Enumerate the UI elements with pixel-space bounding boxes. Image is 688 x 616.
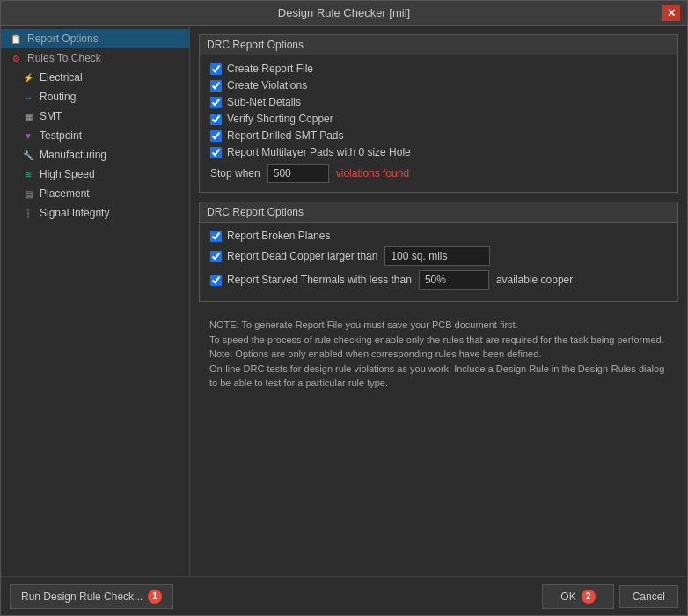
- placement-icon: ▤: [20, 187, 36, 201]
- checkbox-row-report-starved-thermals: Report Starved Thermals with less than a…: [210, 270, 667, 290]
- checkbox-sub-net-details[interactable]: [210, 97, 222, 108]
- checkbox-report-dead-copper[interactable]: [210, 251, 222, 262]
- checkbox-report-drilled-smt[interactable]: [210, 130, 222, 142]
- label-report-multilayer[interactable]: Report Multilayer Pads with 0 size Hole: [227, 146, 411, 158]
- sidebar-label-high-speed: High Speed: [40, 168, 95, 180]
- sidebar-item-report-options[interactable]: 📋 Report Options: [1, 29, 189, 48]
- sidebar-label-routing: Routing: [40, 91, 76, 103]
- label-report-broken-planes[interactable]: Report Broken Planes: [227, 230, 330, 242]
- ok-button[interactable]: OK 2: [542, 584, 613, 609]
- note-text: NOTE: To generate Report File you must s…: [209, 319, 664, 388]
- note-box: NOTE: To generate Report File you must s…: [199, 311, 678, 398]
- available-copper-label: available copper: [496, 274, 573, 286]
- checkbox-report-multilayer[interactable]: [210, 147, 222, 158]
- main-content: 📋 Report Options ⚙ Rules To Check ⚡ Elec…: [1, 26, 687, 576]
- footer-right: OK 2 Cancel: [542, 584, 678, 609]
- checkbox-row-create-report-file: Create Report File: [210, 62, 667, 75]
- label-report-starved-thermals[interactable]: Report Starved Thermals with less than: [227, 274, 412, 286]
- sidebar-item-testpoint[interactable]: ▼ Testpoint: [1, 126, 189, 145]
- electrical-icon: ⚡: [20, 70, 36, 84]
- sidebar-label-rules-to-check: Rules To Check: [27, 52, 101, 64]
- checkbox-create-violations[interactable]: [210, 80, 222, 92]
- dead-copper-input[interactable]: [384, 246, 490, 266]
- sidebar-item-high-speed[interactable]: ≋ High Speed: [1, 165, 189, 184]
- stop-when-label: Stop when: [210, 167, 260, 180]
- sidebar-label-report-options: Report Options: [27, 33, 99, 45]
- checkbox-row-create-violations: Create Violations: [210, 79, 667, 92]
- ok-button-badge: 2: [582, 590, 596, 604]
- sidebar-item-smt[interactable]: ▦ SMT: [1, 106, 189, 126]
- violations-found-label: violations found: [336, 167, 409, 180]
- checkbox-row-report-dead-copper: Report Dead Copper larger than: [210, 246, 667, 266]
- checkbox-create-report-file[interactable]: [210, 63, 222, 75]
- checkbox-report-starved-thermals[interactable]: [210, 275, 222, 286]
- footer: Run Design Rule Check... 1 OK 2 Cancel: [1, 576, 687, 615]
- checkbox-row-report-drilled-smt: Report Drilled SMT Pads: [210, 129, 667, 142]
- rules-to-check-icon: ⚙: [8, 51, 24, 65]
- content-area: DRC Report Options Create Report File Cr…: [190, 26, 687, 576]
- title-bar: Design Rule Checker [mil] ✕: [1, 1, 687, 26]
- section2-title: DRC Report Options: [200, 202, 677, 223]
- section2-content: Report Broken Planes Report Dead Copper …: [200, 223, 677, 301]
- checkbox-row-sub-net-details: Sub-Net Details: [210, 96, 667, 108]
- sidebar: 📋 Report Options ⚙ Rules To Check ⚡ Elec…: [1, 26, 190, 576]
- dialog-title: Design Rule Checker [mil]: [26, 6, 662, 19]
- dialog: Design Rule Checker [mil] ✕ 📋 Report Opt…: [0, 0, 688, 616]
- sidebar-label-manufacturing: Manufacturing: [40, 149, 106, 161]
- footer-left: Run Design Rule Check... 1: [10, 584, 173, 609]
- report-options-icon: 📋: [8, 32, 24, 46]
- sidebar-item-electrical[interactable]: ⚡ Electrical: [1, 68, 189, 87]
- sidebar-label-placement: Placement: [40, 187, 90, 200]
- stop-when-input[interactable]: [267, 164, 329, 183]
- sidebar-label-testpoint: Testpoint: [40, 129, 82, 142]
- ok-button-label: OK: [560, 590, 575, 603]
- run-button-label: Run Design Rule Check...: [21, 590, 143, 603]
- checkbox-report-broken-planes[interactable]: [210, 231, 222, 242]
- testpoint-icon: ▼: [20, 128, 36, 143]
- sidebar-label-signal-integrity: Signal Integrity: [40, 207, 109, 219]
- sidebar-item-placement[interactable]: ▤ Placement: [1, 184, 189, 203]
- sidebar-label-electrical: Electrical: [40, 71, 83, 84]
- sidebar-item-routing[interactable]: ↔ Routing: [1, 87, 189, 106]
- section1-content: Create Report File Create Violations Sub…: [200, 55, 677, 192]
- label-report-drilled-smt[interactable]: Report Drilled SMT Pads: [227, 129, 344, 142]
- sidebar-item-rules-to-check[interactable]: ⚙ Rules To Check: [1, 48, 189, 68]
- label-create-violations[interactable]: Create Violations: [227, 79, 307, 92]
- sidebar-item-manufacturing[interactable]: 🔧 Manufacturing: [1, 145, 189, 165]
- checkbox-row-report-broken-planes: Report Broken Planes: [210, 230, 667, 242]
- signal-integrity-icon: ┆: [20, 206, 36, 220]
- checkbox-row-verify-shorting-copper: Verify Shorting Copper: [210, 113, 667, 125]
- smt-icon: ▦: [20, 109, 36, 123]
- cancel-button[interactable]: Cancel: [619, 585, 678, 608]
- section1-box: DRC Report Options Create Report File Cr…: [199, 34, 678, 193]
- starved-thermals-input[interactable]: [419, 270, 489, 290]
- label-create-report-file[interactable]: Create Report File: [227, 62, 313, 75]
- sidebar-item-signal-integrity[interactable]: ┆ Signal Integrity: [1, 203, 189, 223]
- high-speed-icon: ≋: [20, 167, 36, 181]
- checkbox-verify-shorting-copper[interactable]: [210, 114, 222, 125]
- run-button-badge: 1: [148, 590, 162, 604]
- label-report-dead-copper[interactable]: Report Dead Copper larger than: [227, 250, 377, 262]
- section2-box: DRC Report Options Report Broken Planes …: [199, 202, 678, 302]
- routing-icon: ↔: [20, 90, 36, 104]
- label-sub-net-details[interactable]: Sub-Net Details: [227, 96, 301, 108]
- run-design-rule-check-button[interactable]: Run Design Rule Check... 1: [10, 584, 173, 609]
- sidebar-label-smt: SMT: [40, 110, 62, 122]
- label-verify-shorting-copper[interactable]: Verify Shorting Copper: [227, 113, 333, 125]
- stop-when-row: Stop when violations found: [210, 164, 667, 183]
- checkbox-row-report-multilayer: Report Multilayer Pads with 0 size Hole: [210, 146, 667, 158]
- manufacturing-icon: 🔧: [20, 148, 36, 162]
- close-button[interactable]: ✕: [662, 5, 680, 21]
- section1-title: DRC Report Options: [200, 35, 677, 55]
